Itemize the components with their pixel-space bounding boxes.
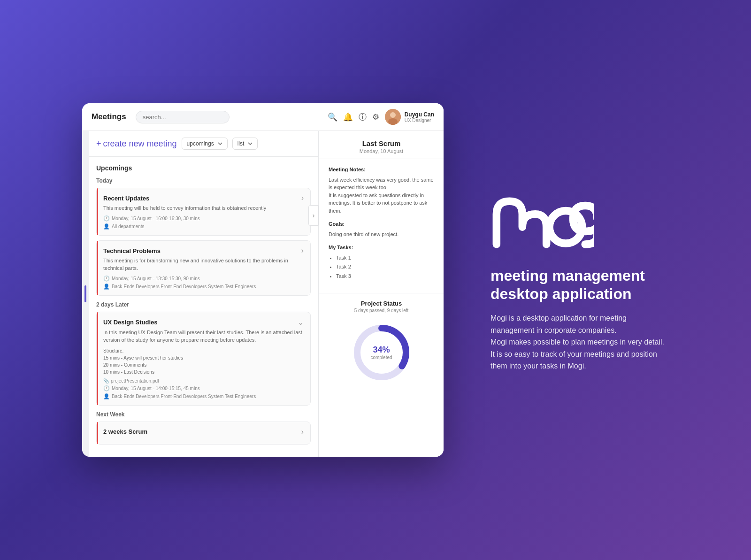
info-icon[interactable]: ⓘ [359,112,367,123]
meeting-card-ux-design[interactable]: UX Design Studies ⌄ In this meeting UX D… [96,312,311,406]
card-tags-technical: 👤 Back-Ends Developers Front-End Devolop… [103,284,304,290]
card-chevron-ux: ⌄ [298,318,304,327]
header-icons: 🔍 🔔 ⓘ ⚙ Duygu Can UX Designer [328,109,434,125]
app-body: + create new meeting upcomings list Upco… [82,131,444,457]
filter-list-dropdown[interactable]: list [232,138,258,150]
search-input[interactable] [136,111,230,123]
app-header: Meetings 🔍 🔔 ⓘ ⚙ Duygu Can [82,103,444,131]
panel-left: + create new meeting upcomings list Upco… [89,131,319,457]
clock-icon-2: 🕐 [103,276,110,282]
card-structure-ux: Structure: 15 mins - Ayse will present h… [103,347,304,376]
chevron-down-icon-2 [248,141,253,146]
clock-icon-3: 🕐 [103,385,110,391]
card-chevron-recent: › [301,194,304,202]
meeting-card-recent-updates[interactable]: Recent Updates › This meeting will be he… [96,188,311,236]
meeting-card-technical[interactable]: Technical Problems › This meeting is for… [96,240,311,296]
main-container: Meetings 🔍 🔔 ⓘ ⚙ Duygu Can [0,0,751,560]
mogi-logo-svg [490,188,594,253]
detail-goals-text: Doing one third of new project. [329,230,434,238]
detail-tasks-label: My Tasks: [329,244,434,252]
panel-right: Last Scrum Monday, 10 August Meeting Not… [319,131,444,457]
list-item: Task 2 [336,263,434,271]
clock-icon: 🕐 [103,215,110,222]
brand-logo [490,188,594,255]
create-meeting-button[interactable]: + create new meeting [96,139,177,149]
people-icon-2: 👤 [103,284,110,290]
project-status-section: Project Status 5 days passed, 9 days lef… [319,293,444,392]
card-desc-recent: This meeting will be held to convey info… [103,205,304,212]
search-icon[interactable]: 🔍 [328,112,337,122]
brand-desc: Mogi is a desktop application for meetin… [490,312,669,372]
detail-notes-text: Last week efficiency was very good, the … [329,176,434,215]
donut-completed-label: completed [370,355,392,360]
filter-list-label: list [238,140,245,147]
detail-body: Meeting Notes: Last week efficiency was … [319,159,444,293]
card-meta-time-technical: 🕐 Monday, 15 August - 13:30-15:30, 90 mi… [103,276,304,282]
app-title: Meetings [92,112,126,122]
section-upcomings: Upcomings [96,164,311,172]
left-nav [82,131,89,457]
detail-goals-label: Goals: [329,220,434,229]
filter-upcomings-dropdown[interactable]: upcomings [182,138,228,150]
attachment-icon: 📎 [103,378,109,384]
list-item: Task 3 [336,272,434,281]
card-meta-time-recent: 🕐 Monday, 15 August - 16:00-16:30, 30 mi… [103,215,304,222]
people-icon-3: 👤 [103,393,110,399]
people-icon: 👤 [103,223,110,230]
card-title-scrum: 2 weeks Scrum [103,428,147,435]
detail-tasks-list: Task 1 Task 2 Task 3 [336,254,434,281]
detail-title: Last Scrum [329,139,434,147]
list-item: Task 1 [336,254,434,262]
brand-section: meeting managementdesktop application Mo… [472,188,669,372]
avatar [385,109,401,125]
create-meeting-label: create new meeting [103,139,177,149]
content-area: Upcomings Today Recent Updates › This me… [89,157,318,457]
section-2days: 2 days Later [96,301,311,308]
filter-upcomings-label: upcomings [187,140,214,147]
detail-header: Last Scrum Monday, 10 August [319,131,444,159]
detail-notes-label: Meeting Notes: [329,166,434,174]
donut-chart: 34% completed [329,320,434,385]
user-role: UX Designer [405,118,434,123]
card-chevron-scrum: › [301,428,304,436]
settings-icon[interactable]: ⚙ [372,112,379,122]
chevron-down-icon [218,141,222,146]
nav-indicator [84,285,86,302]
app-window: Meetings 🔍 🔔 ⓘ ⚙ Duygu Can [82,103,444,457]
bell-icon[interactable]: 🔔 [343,112,353,122]
user-profile[interactable]: Duygu Can UX Designer [385,109,434,125]
project-status-sub: 5 days passed, 9 days left [329,308,434,313]
toolbar: + create new meeting upcomings list [89,131,318,157]
project-status-title: Project Status [329,300,434,307]
meeting-card-scrum[interactable]: 2 weeks Scrum › [96,422,311,445]
card-desc-technical: This meeting is for brainstorming new an… [103,257,304,272]
card-desc-ux: In this meeting UX Design Team will pres… [103,329,304,344]
brand-title: meeting managementdesktop application [490,267,645,303]
card-title-ux: UX Design Studies [103,319,158,326]
user-info: Duygu Can UX Designer [405,111,434,123]
panel-toggle-button[interactable]: › [308,205,319,226]
card-title-recent: Recent Updates [103,195,149,202]
svg-point-1 [390,112,396,118]
svg-point-2 [388,118,398,125]
detail-date: Monday, 10 August [329,148,434,154]
card-title-technical: Technical Problems [103,247,161,254]
card-tags-ux: 👤 Back-Ends Developers Front-End Devolop… [103,393,304,399]
card-chevron-technical: › [301,246,304,255]
section-next-week: Next Week [96,411,311,418]
section-today: Today [96,177,311,184]
card-attachment-ux: 📎 projectPresentation.pdf [103,378,304,384]
donut-label: 34% completed [370,345,392,360]
card-meta-time-ux: 🕐 Monday, 15 August - 14:00-15:15, 45 mi… [103,385,304,391]
card-tags-recent: 👤 All departments [103,223,304,230]
user-name: Duygu Can [405,111,434,118]
donut-percent: 34% [370,345,392,355]
